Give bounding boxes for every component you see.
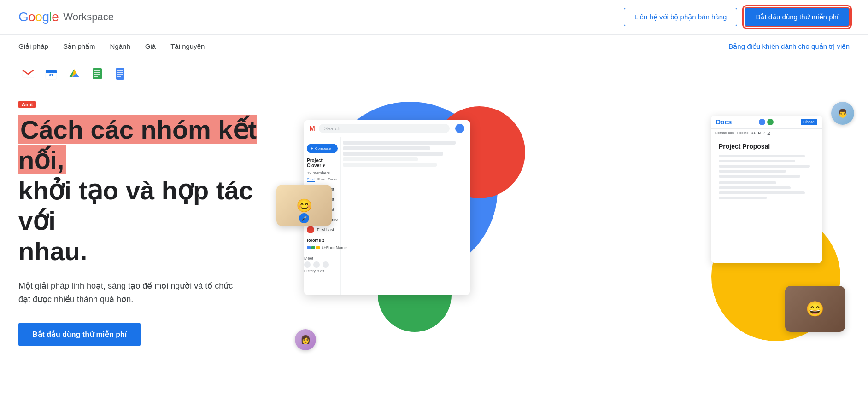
sheets-icon (88, 64, 107, 83)
room-block-yellow (316, 246, 320, 249)
mail-line-2 (343, 146, 430, 150)
logo-letter-g: G (18, 10, 28, 24)
chat-row-5: First Last (304, 225, 340, 235)
toolbar-font: Roboto (737, 131, 749, 135)
logo-area: Google Workspace (18, 10, 114, 24)
hero-title: Cách các nhóm kết nối, khởi tạo và hợp t… (18, 115, 286, 267)
rooms-label: Rooms 2 (304, 236, 340, 244)
svg-rect-15 (94, 74, 100, 75)
docs-icon-label: Docs (716, 118, 732, 126)
gmail-header: M Search (304, 120, 470, 137)
logo-workspace-text: Workspace (63, 11, 114, 23)
mail-line-4 (343, 157, 418, 161)
tab-chat[interactable]: Chat (307, 177, 315, 182)
svg-rect-16 (94, 76, 98, 77)
toolbar-italic[interactable]: I (763, 131, 764, 135)
room-block-blue (307, 246, 311, 249)
nav-item-gia[interactable]: Giá (145, 42, 156, 50)
nav-item-giai-phap[interactable]: Giải pháp (18, 42, 48, 51)
chat-project-title: Project Clover ▾ (304, 156, 340, 170)
tab-tasks[interactable]: Tasks (328, 177, 337, 182)
app-icons-strip: 31 (0, 58, 868, 83)
video-person-right: 😄 (785, 286, 845, 332)
gmail-main-area (341, 137, 470, 295)
navigation-bar: Giải pháp Sản phẩm Ngành Giá Tài nguyên … (0, 35, 868, 58)
tab-files[interactable]: Files (317, 177, 325, 182)
docs-icon (111, 64, 130, 83)
doc-line-6 (719, 181, 776, 184)
mail-line-1 (343, 141, 456, 145)
contact-sales-button[interactable]: Liên hệ với bộ phận bán hàng (624, 8, 737, 26)
gmail-logo-small: M (310, 125, 315, 132)
toolbar-format: Normal text (715, 131, 734, 135)
svg-rect-12 (93, 68, 102, 79)
docs-users (759, 119, 774, 125)
hero-left-content: Amit Cách các nhóm kết nối, khởi tạo và … (18, 93, 286, 346)
chat-avatar-5 (307, 226, 314, 233)
nav-item-san-pham[interactable]: Sản phẩm (63, 42, 95, 51)
mic-indicator: 🎤 (299, 213, 309, 223)
room-blocks (307, 246, 320, 249)
docs-share-button[interactable]: Share (801, 119, 817, 125)
hero-right-illustration: M Search +Compose Project Clover ▾ 32 me… (286, 93, 850, 369)
history-off-label: History is off (304, 269, 340, 273)
svg-rect-13 (94, 70, 100, 71)
nav-item-tai-nguyen[interactable]: Tài nguyên (170, 42, 205, 50)
toolbar-underline[interactable]: U (768, 131, 770, 135)
room-block-green (311, 246, 315, 249)
trial-button-hero[interactable]: Bắt đầu dùng thử miễn phí (18, 323, 141, 346)
video-thumb-left: 😊 🎤 (276, 185, 332, 226)
hero-title-highlight: Cách các nhóm kết nối, (18, 115, 257, 174)
logo-letter-o1: o (28, 10, 35, 24)
doc-user-2 (767, 119, 774, 125)
meet-icon-3 (323, 261, 329, 268)
avatar-bottom-left: 👩 (295, 329, 316, 350)
amit-badge: Amit (18, 101, 36, 108)
avatar-top-right: 👨 (831, 102, 854, 125)
drive-icon (65, 64, 84, 83)
svg-rect-18 (116, 68, 124, 80)
docs-content: Project Proposal (711, 137, 822, 207)
doc-line-5 (719, 175, 800, 178)
svg-rect-20 (117, 72, 123, 73)
svg-text:31: 31 (49, 73, 53, 77)
logo-letter-o2: o (35, 10, 42, 24)
logo-letter-g2: g (42, 10, 49, 24)
doc-line-4 (719, 170, 786, 173)
meet-section: Meet History is off (304, 254, 340, 273)
trial-button-header[interactable]: Bắt đầu dùng thử miễn phí (745, 7, 850, 27)
toolbar-bold[interactable]: B (758, 131, 761, 135)
doc-line-2 (719, 160, 795, 162)
nav-item-nganh[interactable]: Ngành (110, 42, 130, 50)
meet-icon-1 (304, 261, 311, 268)
svg-rect-21 (117, 74, 123, 75)
admin-dashboard-link[interactable]: Bảng điều khiển dành cho quản trị viên (728, 42, 850, 51)
doc-line-8 (719, 191, 805, 194)
gmail-compose-btn[interactable]: +Compose (307, 144, 338, 153)
video-thumb-right: 😄 (785, 286, 845, 332)
meet-text: Meet (304, 256, 340, 261)
google-logo: Google (18, 10, 59, 24)
meet-icon-2 (313, 261, 320, 268)
project-tabs: Chat Files Tasks (304, 176, 340, 183)
docs-document-title: Project Proposal (719, 143, 815, 150)
chat-members-count: 32 members (304, 170, 340, 176)
doc-line-9 (719, 197, 767, 199)
doc-line-7 (719, 186, 791, 189)
mail-line-3 (343, 152, 443, 156)
room-row-1: @ShortName (304, 244, 340, 251)
doc-user-1 (759, 119, 765, 125)
meet-icons (304, 261, 340, 268)
header-actions: Liên hệ với bộ phận bán hàng Bắt đầu dùn… (624, 7, 850, 27)
mail-line-5 (343, 163, 437, 167)
svg-rect-19 (117, 70, 123, 71)
svg-rect-22 (117, 76, 121, 77)
toolbar-size: 11 (751, 131, 756, 135)
hero-section: Amit Cách các nhóm kết nối, khởi tạo và … (0, 83, 868, 387)
calendar-icon: 31 (41, 64, 61, 83)
header-top-bar: Google Workspace Liên hệ với bộ phận bán… (0, 0, 868, 35)
docs-mockup: Docs Share Normal text Roboto 11 B I U P… (711, 116, 822, 263)
gmail-search-bar: Search (319, 124, 450, 133)
search-text: Search (324, 126, 340, 131)
hero-subtitle: Một giải pháp linh hoạt, sáng tạo để mọi… (18, 279, 240, 306)
